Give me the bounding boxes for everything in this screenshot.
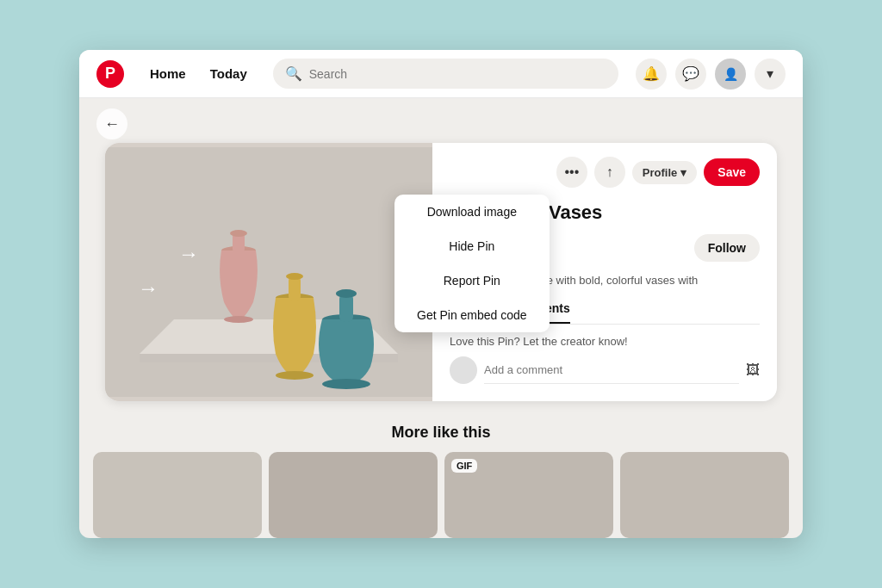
comment-input[interactable] [484, 356, 739, 384]
top-nav: P Home Today 🔍 🔔 💬 👤 ▾ [79, 50, 803, 98]
nav-home[interactable]: Home [141, 61, 195, 86]
follow-button[interactable]: Follow [694, 234, 760, 262]
profile-label: Profile [643, 166, 677, 179]
chevron-down-icon: ▾ [680, 166, 686, 179]
share-icon: ↑ [606, 164, 613, 180]
comment-prompt: Love this Pin? Let the creator know! [450, 335, 760, 348]
search-bar[interactable]: 🔍 [273, 59, 618, 89]
search-input[interactable] [309, 67, 606, 81]
comment-input-row: 🖼 [450, 356, 760, 384]
thumbnails-row: GIF [93, 452, 789, 538]
search-icon: 🔍 [285, 65, 302, 82]
download-image-option[interactable]: Download image [394, 195, 550, 229]
hide-pin-option[interactable]: Hide Pin [394, 229, 550, 263]
main-content: ← [79, 98, 803, 538]
thumbnail-2[interactable] [269, 452, 438, 538]
user-avatar[interactable]: 👤 [715, 59, 746, 90]
svg-point-12 [322, 379, 370, 389]
thumbnail-4[interactable] [620, 452, 789, 538]
commenter-avatar [450, 356, 477, 384]
more-options-button[interactable]: ••• Download image Hide Pin Report Pin G… [556, 157, 587, 188]
svg-point-14 [336, 289, 357, 298]
save-button[interactable]: Save [704, 158, 760, 186]
more-like-this-section: More like this GIF [79, 415, 803, 538]
get-embed-code-option[interactable]: Get Pin embed code [394, 298, 550, 332]
pin-card: → → ••• Download image Hide Pin R [105, 143, 777, 401]
more-dots-icon: ••• [564, 164, 579, 180]
thumbnail-3[interactable]: GIF [444, 452, 613, 538]
share-button[interactable]: ↑ [594, 157, 625, 188]
pin-toolbar: ••• Download image Hide Pin Report Pin G… [450, 157, 760, 188]
svg-point-8 [276, 371, 314, 380]
back-button[interactable]: ← [96, 108, 127, 139]
pin-image: → → [105, 143, 432, 401]
dropdown-menu: Download image Hide Pin Report Pin Get P… [394, 195, 550, 332]
account-dropdown-button[interactable]: ▾ [755, 59, 786, 90]
profile-button[interactable]: Profile ▾ [632, 161, 697, 184]
more-like-this-title: More like this [93, 424, 789, 442]
thumbnail-1[interactable] [93, 452, 262, 538]
emoji-button[interactable]: 🖼 [746, 362, 760, 378]
messages-button[interactable]: 💬 [675, 59, 706, 90]
svg-point-6 [230, 230, 247, 237]
nav-right-actions: 🔔 💬 👤 ▾ [636, 59, 786, 90]
svg-point-4 [224, 316, 253, 323]
svg-rect-9 [289, 276, 301, 300]
report-pin-option[interactable]: Report Pin [394, 263, 550, 298]
gif-badge: GIF [451, 459, 477, 473]
pinterest-logo[interactable]: P [96, 60, 124, 88]
pin-info: ••• Download image Hide Pin Report Pin G… [432, 143, 777, 401]
browser-window: P Home Today 🔍 🔔 💬 👤 ▾ ← [79, 50, 803, 538]
svg-point-10 [286, 273, 303, 280]
nav-today[interactable]: Today [202, 61, 256, 86]
notifications-button[interactable]: 🔔 [636, 59, 667, 90]
nav-links: Home Today [141, 61, 256, 86]
